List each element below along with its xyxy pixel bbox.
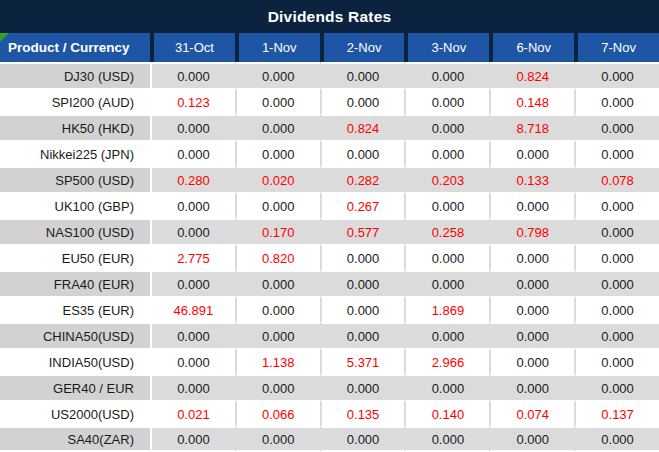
product-cell: HK50 (HKD) [0,114,150,140]
title-bar: Dividends Rates [0,0,659,33]
value-cell: 0.000 [489,348,574,374]
value-cell: 1.869 [404,296,489,322]
value-cell: 0.000 [150,192,235,218]
table-row: SA40(ZAR)0.0000.0000.0000.0000.0000.000 [0,426,659,452]
table-row: SP500 (USD)0.2800.0200.2820.2030.1330.07… [0,166,659,192]
value-cell: 0.820 [235,244,320,270]
value-cell: 0.798 [489,218,574,244]
value-cell: 0.137 [574,400,659,426]
value-cell: 0.021 [150,400,235,426]
value-cell: 0.000 [320,322,405,348]
product-cell: UK100 (GBP) [0,192,150,218]
value-cell: 8.718 [489,114,574,140]
value-cell: 0.000 [235,322,320,348]
value-cell: 0.000 [235,140,320,166]
value-cell: 0.148 [489,88,574,114]
value-cell: 0.000 [574,88,659,114]
product-cell: SP500 (USD) [0,166,150,192]
value-cell: 0.000 [150,322,235,348]
value-cell: 0.000 [404,426,489,452]
green-corner-icon [0,33,9,42]
value-cell: 0.000 [404,88,489,114]
value-cell: 0.000 [574,114,659,140]
table-row: ES35 (EUR)46.8910.0000.0001.8690.0000.00… [0,296,659,322]
header-row: Product / Currency 31-Oct 1-Nov 2-Nov 3-… [0,33,659,62]
value-cell: 0.000 [574,62,659,88]
product-cell: NAS100 (USD) [0,218,150,244]
col-header-product: Product / Currency [0,33,150,62]
value-cell: 0.203 [404,166,489,192]
value-cell: 0.000 [404,322,489,348]
value-cell: 0.020 [235,166,320,192]
value-cell: 0.000 [150,270,235,296]
page-title: Dividends Rates [268,8,392,26]
value-cell: 0.000 [489,140,574,166]
table-row: GER40 / EUR0.0000.0000.0000.0000.0000.00… [0,374,659,400]
value-cell: 0.000 [574,140,659,166]
value-cell: 0.000 [150,140,235,166]
product-cell: DJ30 (USD) [0,62,150,88]
value-cell: 0.000 [574,348,659,374]
value-cell: 0.000 [404,62,489,88]
value-cell: 0.000 [574,218,659,244]
value-cell: 0.000 [489,322,574,348]
table-row: Nikkei225 (JPN)0.0000.0000.0000.0000.000… [0,140,659,166]
col-header-date-1: 31-Oct [150,33,235,62]
value-cell: 0.074 [489,400,574,426]
table-row: DJ30 (USD)0.0000.0000.0000.0000.8240.000 [0,62,659,88]
value-cell: 0.000 [235,192,320,218]
value-cell: 2.966 [404,348,489,374]
value-cell: 0.000 [489,426,574,452]
product-cell: EU50 (EUR) [0,244,150,270]
value-cell: 0.066 [235,400,320,426]
value-cell: 0.000 [235,62,320,88]
col-header-date-5: 6-Nov [489,33,574,62]
dividends-rates-widget: Dividends Rates Product / Currency 31-Oc… [0,0,659,452]
value-cell: 0.135 [320,400,405,426]
table-row: NAS100 (USD)0.0000.1700.5770.2580.7980.0… [0,218,659,244]
product-cell: SPI200 (AUD) [0,88,150,114]
value-cell: 0.000 [404,374,489,400]
value-cell: 0.000 [489,374,574,400]
product-cell: GER40 / EUR [0,374,150,400]
value-cell: 0.000 [574,374,659,400]
value-cell: 1.138 [235,348,320,374]
value-cell: 0.000 [574,244,659,270]
value-cell: 0.000 [150,348,235,374]
value-cell: 0.000 [150,218,235,244]
value-cell: 0.000 [320,270,405,296]
value-cell: 5.371 [320,348,405,374]
value-cell: 0.000 [320,426,405,452]
value-cell: 0.000 [574,192,659,218]
table-row: INDIA50(USD)0.0001.1385.3712.9660.0000.0… [0,348,659,374]
value-cell: 0.000 [235,296,320,322]
table-row: CHINA50(USD)0.0000.0000.0000.0000.0000.0… [0,322,659,348]
value-cell: 0.824 [489,62,574,88]
product-cell: US2000(USD) [0,400,150,426]
value-cell: 0.133 [489,166,574,192]
col-header-date-3: 2-Nov [320,33,405,62]
value-cell: 0.000 [150,426,235,452]
value-cell: 0.000 [404,192,489,218]
value-cell: 0.123 [150,88,235,114]
value-cell: 0.000 [235,270,320,296]
value-cell: 0.000 [320,88,405,114]
table-row: HK50 (HKD)0.0000.0000.8240.0008.7180.000 [0,114,659,140]
value-cell: 0.000 [320,296,405,322]
value-cell: 0.258 [404,218,489,244]
table-row: FRA40 (EUR)0.0000.0000.0000.0000.0000.00… [0,270,659,296]
table-row: US2000(USD)0.0210.0660.1350.1400.0740.13… [0,400,659,426]
value-cell: 0.000 [150,374,235,400]
value-cell: 0.282 [320,166,405,192]
value-cell: 0.000 [235,88,320,114]
value-cell: 0.000 [320,140,405,166]
value-cell: 0.000 [235,114,320,140]
value-cell: 0.000 [574,322,659,348]
product-cell: ES35 (EUR) [0,296,150,322]
table-row: UK100 (GBP)0.0000.0000.2670.0000.0000.00… [0,192,659,218]
value-cell: 0.000 [404,114,489,140]
value-cell: 0.000 [320,374,405,400]
value-cell: 0.000 [150,62,235,88]
value-cell: 0.000 [489,244,574,270]
col-header-date-2: 1-Nov [235,33,320,62]
